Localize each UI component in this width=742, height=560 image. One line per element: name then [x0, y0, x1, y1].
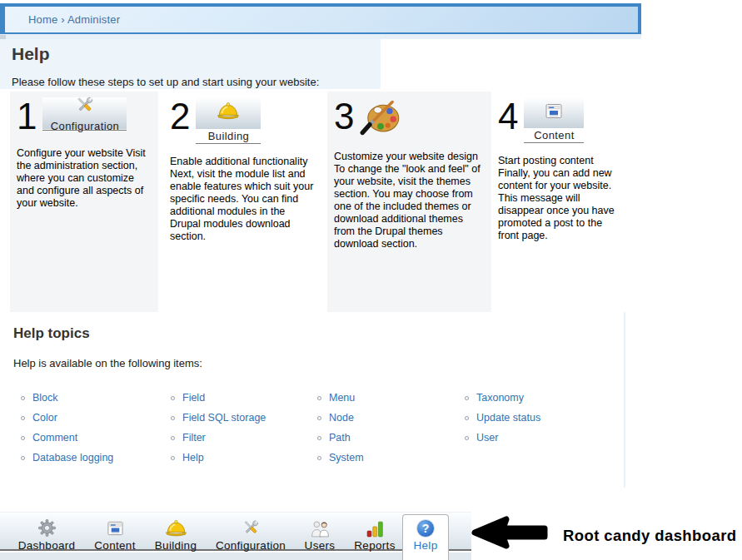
step-link-label: Configuration [49, 119, 122, 132]
content-window-icon [106, 517, 125, 538]
toolbar-item-help[interactable]: ? Help [402, 514, 449, 560]
list-item: Comment [21, 428, 113, 448]
palette-icon[interactable] [360, 99, 401, 139]
annotation-text: Root candy dashboard [563, 527, 736, 545]
toolbar-label: Users [305, 539, 336, 552]
topics-column-1: Block Color Comment Database logging [21, 388, 113, 468]
help-topics-title: Help topics [13, 325, 90, 342]
list-item: Filter [171, 428, 266, 448]
toolbar-item-users[interactable]: Users [295, 517, 345, 552]
breadcrumb-bar: Home › Administer [0, 3, 641, 34]
list-item: Field SQL storage [171, 408, 266, 428]
circle-bullet-icon [21, 416, 25, 420]
toolbar-item-building[interactable]: Building [147, 517, 205, 552]
step-description: Enable additional functionality Next, vi… [170, 156, 317, 243]
topics-column-4: Taxonomy Update status User [465, 388, 540, 448]
page-intro: Please follow these steps to set up and … [12, 76, 319, 88]
topic-link-block[interactable]: Block [32, 392, 58, 404]
help-topics-subtitle: Help is available on the following items… [13, 357, 202, 369]
bar-chart-icon [366, 517, 385, 538]
toolbar-label: Dashboard [18, 539, 76, 552]
step-number: 2 [170, 97, 190, 136]
list-item: Menu [317, 388, 364, 408]
configuration-tools-icon [241, 517, 261, 538]
toolbar-item-dashboard[interactable]: Dashboard [12, 517, 82, 552]
gear-icon [37, 517, 57, 538]
topic-link-help[interactable]: Help [182, 452, 204, 463]
topic-link-field[interactable]: Field [182, 392, 205, 404]
topic-link-path[interactable]: Path [329, 432, 351, 444]
admin-toolbar: Dashboard Content [0, 512, 471, 551]
list-item: Block [21, 388, 113, 408]
list-item: Field [171, 388, 266, 408]
list-item: System [317, 448, 364, 468]
circle-bullet-icon [21, 456, 25, 460]
content-link[interactable]: Content [524, 97, 584, 143]
topic-link-database-logging[interactable]: Database logging [32, 452, 113, 463]
toolbar-label: Help [414, 539, 438, 552]
breadcrumb[interactable]: Home › Administer [28, 13, 120, 26]
content-window-icon [544, 102, 564, 124]
list-item: Color [21, 408, 113, 428]
topic-link-menu[interactable]: Menu [329, 392, 355, 404]
topic-link-field-sql-storage[interactable]: Field SQL storage [182, 412, 266, 424]
step-description: Configure your website Visit the adminis… [17, 147, 151, 210]
circle-bullet-icon [317, 396, 321, 400]
circle-bullet-icon [465, 416, 469, 420]
topic-link-filter[interactable]: Filter [182, 432, 206, 444]
toolbar-lower-strip [0, 553, 471, 560]
question-mark-icon: ? [416, 519, 435, 538]
circle-bullet-icon [465, 436, 469, 440]
toolbar-item-configuration[interactable]: Configuration [209, 517, 292, 552]
step-link-label: Content [532, 128, 575, 141]
toolbar-item-content[interactable]: Content [86, 517, 144, 552]
list-item: Help [171, 448, 266, 468]
step-1-column: 1 [10, 92, 158, 312]
circle-bullet-icon [317, 436, 321, 440]
toolbar-item-reports[interactable]: Reports [346, 517, 404, 552]
circle-bullet-icon [317, 456, 321, 460]
topics-column-2: Field Field SQL storage Filter Help [171, 388, 266, 468]
list-item: Database logging [21, 448, 113, 468]
setup-steps: 1 [10, 92, 630, 312]
topic-link-user[interactable]: User [476, 432, 498, 444]
content-right-divider [624, 312, 625, 488]
step-3-column: 3 Customize your website desig [327, 92, 491, 312]
circle-bullet-icon [21, 396, 25, 400]
list-item: User [465, 428, 540, 448]
step-number: 4 [498, 97, 518, 136]
topics-column-3: Menu Node Path System [317, 388, 364, 468]
list-item: Taxonomy [465, 388, 540, 408]
topic-link-node[interactable]: Node [329, 412, 354, 424]
topic-link-comment[interactable]: Comment [32, 432, 77, 444]
hardhat-icon [217, 102, 240, 124]
circle-bullet-icon [171, 436, 175, 440]
topic-link-color[interactable]: Color [32, 412, 57, 424]
circle-bullet-icon [465, 396, 469, 400]
circle-bullet-icon [171, 416, 175, 420]
list-item: Path [317, 428, 364, 448]
page-title: Help [12, 44, 50, 64]
list-item: Node [317, 408, 364, 428]
step-number: 1 [17, 97, 37, 136]
circle-bullet-icon [171, 456, 175, 460]
toolbar-label: Configuration [216, 539, 286, 552]
left-arrow-icon [465, 513, 555, 552]
step-4-column: 4 Content [491, 92, 625, 312]
users-icon [310, 517, 331, 538]
hardhat-icon [165, 517, 187, 538]
building-link[interactable]: Building [196, 97, 261, 144]
topic-link-system[interactable]: System [329, 452, 364, 463]
toolbar-label: Building [155, 539, 197, 552]
configuration-tools-icon [72, 94, 97, 119]
configuration-link[interactable]: Configuration [42, 97, 127, 131]
drupal-help-screen: Home › Administer Help Please follow the… [0, 0, 742, 560]
step-description: Start posting content Finally, you can a… [498, 155, 617, 242]
topic-link-update-status[interactable]: Update status [476, 412, 540, 424]
step-description: Customize your website design To change … [334, 151, 484, 250]
step-number: 3 [334, 97, 354, 136]
topic-link-taxonomy[interactable]: Taxonomy [476, 392, 524, 404]
circle-bullet-icon [317, 416, 321, 420]
list-item: Update status [465, 408, 540, 428]
toolbar-label: Content [94, 539, 135, 552]
